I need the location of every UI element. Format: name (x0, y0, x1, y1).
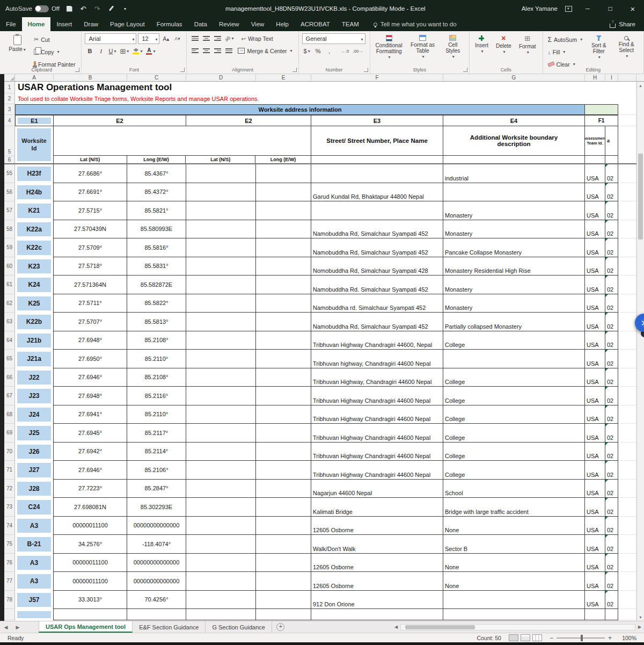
lat2-cell[interactable] (186, 461, 256, 480)
scroll-up-icon[interactable] (637, 82, 644, 89)
team-number-cell[interactable]: 02 (605, 405, 618, 424)
long2-cell[interactable] (256, 294, 311, 313)
team-cell[interactable]: USA (585, 498, 605, 517)
empty-cell[interactable] (618, 276, 636, 294)
row-header-68[interactable]: 68 (4, 405, 15, 424)
italic-button[interactable] (96, 46, 106, 56)
conditional-formatting-button[interactable]: Conditional Formatting (374, 33, 405, 60)
lat-cell[interactable]: 33.3013° (54, 591, 127, 610)
team-number-cell[interactable]: 02 (605, 498, 618, 517)
menu-tab-review[interactable]: Review (213, 17, 245, 31)
team-header-cell[interactable]: Assessment Team Id. (585, 126, 605, 163)
underline-button[interactable] (107, 46, 117, 56)
team-number-cell[interactable]: 02 (605, 276, 618, 294)
page-break-view-button[interactable] (532, 634, 542, 641)
row-headers-5-6[interactable]: 5 6 (4, 126, 15, 163)
team-cell[interactable]: USA (585, 164, 605, 183)
align-middle-button[interactable] (201, 34, 211, 44)
long2-cell[interactable] (256, 164, 311, 183)
lat-cell[interactable]: 27.6946° (54, 461, 127, 480)
decrease-font-button[interactable] (172, 34, 182, 44)
street-cell[interactable] (311, 164, 443, 183)
paste-button[interactable]: Paste (5, 33, 29, 53)
row-header-55[interactable]: 55 (4, 164, 15, 183)
long-cell[interactable]: 85.5816° (127, 238, 186, 257)
row-header-58[interactable]: 58 (4, 220, 15, 239)
long-cell[interactable]: 85.2110° (127, 405, 186, 424)
street-cell[interactable]: Tribhuvan highway, Chandragiri 44600 Nep… (311, 350, 443, 368)
street-cell[interactable]: 12605 Osborne (311, 554, 443, 572)
lat-cell[interactable]: 27.6945° (54, 424, 127, 443)
lat-cell[interactable]: 27.6942° (54, 443, 127, 461)
insert-cells-button[interactable]: Insert (473, 33, 491, 54)
lat-label-2[interactable]: Lat (N/S) (186, 156, 255, 163)
column-header-extra[interactable] (618, 74, 636, 82)
lat-cell[interactable]: 00000011100 (54, 517, 127, 535)
row-header-64[interactable]: 64 (4, 331, 15, 350)
empty-cell[interactable] (618, 220, 636, 239)
row-header-63[interactable]: 63 (4, 313, 15, 331)
team-cell[interactable]: USA (585, 535, 605, 554)
empty-cell[interactable] (618, 591, 636, 610)
row-header-71[interactable]: 71 (4, 461, 15, 480)
long-label-1[interactable]: Long (E/W) (127, 156, 186, 163)
row-header-76[interactable]: 76 (4, 554, 15, 572)
street-cell[interactable]: Namobuddha Rd. Simalchaur Syampati 452 (311, 276, 443, 294)
autosave-switch-icon[interactable] (35, 5, 49, 12)
decrease-decimal-button[interactable] (352, 46, 364, 56)
team-cell[interactable]: USA (585, 238, 605, 257)
empty-cell[interactable] (618, 498, 636, 517)
description-cell[interactable]: Sector B (443, 535, 585, 554)
delete-cells-button[interactable]: Delete (494, 33, 514, 55)
lat2-cell[interactable] (186, 554, 256, 572)
redo-button[interactable] (93, 3, 101, 14)
column-header-G[interactable]: G (443, 74, 585, 82)
lat2-cell[interactable] (186, 238, 256, 257)
street-cell[interactable]: Garud Kundal Rd, Bhaktapur 44800 Nepal (311, 183, 443, 202)
menu-tab-home[interactable]: Home (22, 17, 51, 31)
sheet-title-cell[interactable]: USAR Operations Management tool (15, 82, 618, 93)
empty-cell[interactable] (618, 424, 636, 443)
lat2-cell[interactable] (186, 535, 256, 554)
font-color-button[interactable] (145, 46, 156, 56)
empty-merged-cell[interactable] (54, 126, 311, 156)
merge-center-button[interactable]: Merge & Center (236, 46, 294, 56)
column-header-H[interactable]: H (585, 74, 605, 82)
sheet-tab-e-f-section-guidance[interactable]: E&F Section Guidance (133, 621, 206, 633)
team-cell[interactable]: USA (585, 313, 605, 331)
lat-cell[interactable]: 27.5715° (54, 201, 127, 220)
font-size-select[interactable]: 12 (138, 33, 159, 44)
column-header-C[interactable]: C (127, 74, 186, 82)
lat2-cell[interactable] (186, 443, 256, 461)
worksite-id-cell[interactable]: K22b (15, 313, 54, 331)
column-header-B[interactable]: B (54, 74, 127, 82)
team-number-cell[interactable]: 02 (605, 238, 618, 257)
hscroll-thumb[interactable] (405, 625, 475, 629)
long-cell[interactable]: -118.4074° (127, 535, 186, 554)
menu-tab-view[interactable]: View (245, 17, 270, 31)
lat2-cell[interactable] (186, 498, 256, 517)
menu-tab-page-layout[interactable]: Page Layout (104, 17, 151, 31)
empty-cell[interactable] (618, 443, 636, 461)
save-button[interactable] (65, 3, 74, 14)
team-cell[interactable]: USA (585, 183, 605, 202)
lat2-cell[interactable] (186, 572, 256, 591)
empty-cell[interactable] (618, 201, 636, 220)
column-header-I[interactable]: I (605, 74, 618, 82)
row-header-1[interactable]: 1 (4, 82, 15, 93)
description-cell[interactable]: Monastery (443, 220, 585, 239)
horizontal-scrollbar[interactable] (392, 621, 644, 633)
worksite-id-cell[interactable]: K24 (15, 276, 54, 294)
long2-cell[interactable] (256, 572, 311, 591)
long2-cell[interactable] (256, 480, 311, 498)
lat-cell[interactable]: 27.6948° (54, 387, 127, 405)
empty-cell[interactable] (618, 183, 636, 202)
long-cell[interactable]: 85.2117° (127, 424, 186, 443)
increase-decimal-button[interactable] (340, 46, 350, 56)
lat-label-1[interactable]: Lat (N/S) (54, 156, 127, 163)
empty-cell[interactable] (618, 461, 636, 480)
cut-button[interactable]: Cut (32, 34, 77, 45)
row-header-70[interactable]: 70 (4, 443, 15, 461)
row-header-78[interactable]: 78 (4, 591, 15, 610)
decrease-indent-button[interactable] (224, 46, 233, 56)
